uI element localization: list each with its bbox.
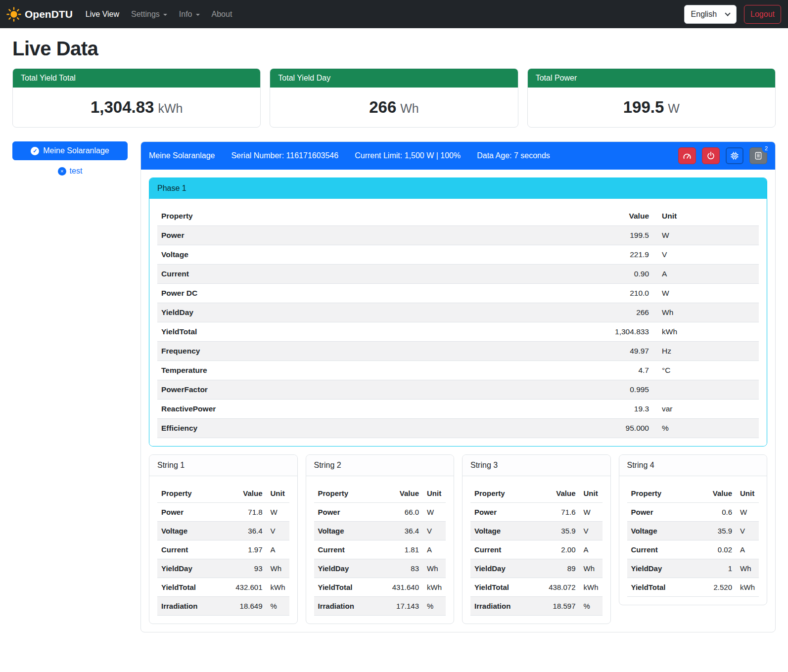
inverter-select-button[interactable]: ✓ Meine Solaranlage <box>12 141 128 160</box>
string-card-title: String 1 <box>149 455 297 476</box>
property-cell: YieldDay <box>157 559 218 578</box>
unit-cell: A <box>423 540 446 559</box>
power-toggle-button[interactable] <box>702 147 720 164</box>
value-cell: 0.6 <box>694 503 736 522</box>
nav-item-about[interactable]: About <box>206 6 238 23</box>
value-cell: 18.649 <box>218 597 266 616</box>
property-cell: Irradiation <box>157 597 218 616</box>
column-header-value: Value <box>694 484 736 503</box>
language-select-value: English <box>691 10 717 19</box>
unit-cell: A <box>580 540 603 559</box>
inverter-data-age: Data Age: 7 seconds <box>477 151 550 160</box>
strings-row: String 1PropertyValueUnitPower71.8WVolta… <box>149 454 767 624</box>
device-info-button[interactable] <box>726 147 743 164</box>
column-header-value: Value <box>454 207 653 226</box>
string-table: PropertyValueUnitPower71.8WVoltage36.4VC… <box>157 484 289 616</box>
x-circle-icon: × <box>58 167 66 176</box>
property-cell: Current <box>157 540 218 559</box>
unit-cell: W <box>423 503 446 522</box>
property-cell: Irradiation <box>470 597 531 616</box>
value-cell: 0.02 <box>694 540 736 559</box>
table-header-row: PropertyValueUnit <box>627 484 759 503</box>
nav-item-live-view[interactable]: Live View <box>80 6 125 23</box>
gauge-icon <box>682 151 692 161</box>
filter-chip-label: test <box>70 167 83 176</box>
property-cell: Power <box>157 226 454 245</box>
inverter-panel-body: Phase 1 Property Value Unit Power199.5WV… <box>141 170 775 632</box>
property-cell: Power DC <box>157 284 454 303</box>
summary-card-body: 1,304.83kWh <box>13 88 260 127</box>
value-cell: 1.97 <box>218 540 266 559</box>
table-row: ReactivePower19.3var <box>157 400 759 419</box>
power-icon <box>706 151 715 160</box>
property-cell: Voltage <box>157 245 454 265</box>
value-cell: 35.9 <box>694 522 736 540</box>
table-row: Current1.97A <box>157 540 289 559</box>
language-select[interactable]: English <box>684 5 737 24</box>
event-log-button[interactable]: 2 <box>749 147 767 164</box>
unit-cell: V <box>653 245 759 265</box>
value-cell: 438.072 <box>531 578 579 597</box>
summary-card-1: Total Yield Total1,304.83kWh <box>12 68 261 128</box>
filter-chip-test[interactable]: × test <box>12 167 128 176</box>
brand-name: OpenDTU <box>25 8 73 20</box>
unit-cell: V <box>580 522 603 540</box>
property-cell: YieldDay <box>470 559 531 578</box>
logout-button[interactable]: Logout <box>744 5 781 24</box>
column-header-unit: Unit <box>267 484 289 503</box>
property-cell: YieldTotal <box>314 578 375 597</box>
property-cell: YieldDay <box>314 559 375 578</box>
property-cell: Current <box>314 540 375 559</box>
table-row: YieldDay266Wh <box>157 303 759 322</box>
value-cell: 0.995 <box>454 380 653 400</box>
column-header-property: Property <box>470 484 531 503</box>
property-cell: PowerFactor <box>157 380 454 400</box>
unit-cell: A <box>267 540 289 559</box>
property-cell: YieldTotal <box>157 578 218 597</box>
inverter-limit: Current Limit: 1,500 W | 100% <box>355 151 461 160</box>
property-cell: Voltage <box>470 522 531 540</box>
limit-settings-button[interactable] <box>678 147 696 164</box>
table-row: Current0.02A <box>627 540 759 559</box>
unit-cell: kWh <box>580 578 603 597</box>
nav-item-info[interactable]: Info <box>173 6 206 23</box>
value-cell: 221.9 <box>454 245 653 265</box>
unit-cell: V <box>736 522 759 540</box>
table-row: Voltage35.9V <box>627 522 759 540</box>
property-cell: YieldDay <box>157 303 454 322</box>
inverter-panel-header: Meine Solaranlage Serial Number: 1161716… <box>141 142 775 170</box>
unit-cell: °C <box>653 361 759 380</box>
summary-value: 199.5 <box>623 98 664 116</box>
value-cell: 19.3 <box>454 400 653 419</box>
table-header-row: Property Value Unit <box>157 207 759 226</box>
value-cell: 432.601 <box>218 578 266 597</box>
property-cell: Current <box>470 540 531 559</box>
property-cell: Voltage <box>627 522 694 540</box>
cpu-icon <box>730 151 739 160</box>
property-cell: Voltage <box>157 522 218 540</box>
string-table-body: Power71.6WVoltage35.9VCurrent2.00AYieldD… <box>470 503 603 616</box>
table-row: YieldTotal431.640kWh <box>314 578 446 597</box>
unit-cell: W <box>653 226 759 245</box>
property-cell: Efficiency <box>157 419 454 438</box>
nav-links: Live ViewSettingsInfoAbout <box>80 6 238 23</box>
summary-card-title: Total Power <box>528 69 775 88</box>
unit-cell: kWh <box>267 578 289 597</box>
value-cell: 266 <box>454 303 653 322</box>
unit-cell: Wh <box>423 559 446 578</box>
unit-cell: W <box>580 503 603 522</box>
unit-cell: W <box>653 284 759 303</box>
phase-card-title: Phase 1 <box>149 178 767 199</box>
unit-cell: A <box>653 265 759 284</box>
sun-logo-icon <box>6 7 21 22</box>
brand[interactable]: OpenDTU <box>6 7 73 22</box>
property-cell: Current <box>627 540 694 559</box>
unit-cell: % <box>267 597 289 616</box>
value-cell: 2.00 <box>531 540 579 559</box>
unit-cell: % <box>580 597 603 616</box>
string-card-body: PropertyValueUnitPower71.8WVoltage36.4VC… <box>149 476 297 624</box>
nav-item-settings[interactable]: Settings <box>125 6 173 23</box>
navbar-right: English Logout <box>684 5 781 24</box>
unit-cell: Wh <box>736 559 759 578</box>
table-row: Irradiation18.597% <box>470 597 603 616</box>
